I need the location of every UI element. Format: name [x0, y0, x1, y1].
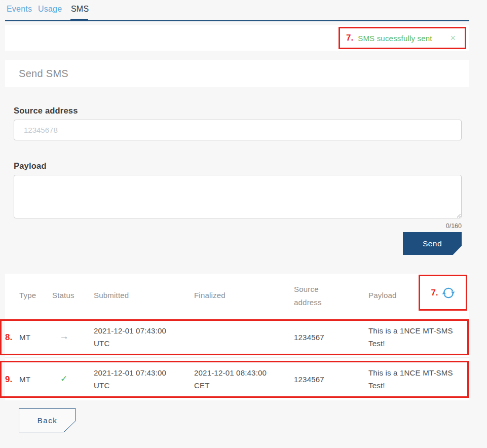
tab-sms[interactable]: SMS: [71, 5, 89, 14]
refresh-icon[interactable]: [442, 286, 455, 300]
annotation-box-notification: 7. SMS sucessfully sent ×: [339, 27, 466, 49]
tab-usage[interactable]: Usage: [38, 5, 62, 14]
col-header-type: Type: [19, 291, 36, 300]
annotation-number: 7.: [346, 33, 353, 43]
annotation-box-refresh: 7.: [419, 275, 467, 311]
cell-payload: This is a 1NCE MT-SMS Test!: [368, 366, 457, 392]
annotation-number: 9.: [5, 375, 12, 385]
source-address-input[interactable]: [14, 120, 462, 140]
active-tab-underline: [70, 19, 88, 21]
close-icon[interactable]: ×: [450, 33, 456, 43]
cell-submitted: 2021-12-01 07:43:00 UTC: [94, 324, 172, 350]
annotation-number: 8.: [5, 332, 12, 343]
cell-source-address: 1234567: [294, 375, 324, 384]
cell-source-address: 1234567: [294, 333, 324, 342]
annotation-number: 7.: [431, 288, 438, 298]
col-header-submitted: Submitted: [94, 291, 129, 300]
cell-finalized: 2021-12-01 08:43:00 CET: [194, 366, 273, 392]
pending-arrow-icon: →: [59, 331, 69, 342]
payload-textarea[interactable]: [14, 175, 462, 218]
tab-events[interactable]: Events: [7, 5, 32, 14]
source-address-label: Source address: [14, 106, 78, 116]
col-header-status: Status: [52, 291, 74, 300]
cell-type: MT: [19, 375, 30, 384]
col-header-payload: Payload: [368, 291, 397, 300]
send-sms-card-header: Send SMS: [5, 60, 469, 87]
send-button[interactable]: Send: [403, 232, 462, 255]
delivered-check-icon: ✓: [60, 374, 67, 384]
page-title: Send SMS: [19, 68, 68, 80]
char-counter: 0/160: [446, 222, 462, 230]
cell-type: MT: [19, 333, 30, 342]
back-button-label: Back: [19, 408, 76, 432]
col-header-source-address: Source address: [294, 283, 329, 309]
cell-submitted: 2021-12-01 07:43:00 UTC: [94, 366, 172, 392]
payload-label: Payload: [14, 161, 47, 171]
col-header-finalized: Finalized: [194, 291, 226, 300]
row-divider: [5, 357, 469, 358]
back-button[interactable]: Back: [19, 408, 76, 432]
success-message: SMS sucessfully sent: [358, 34, 432, 43]
cell-payload: This is a 1NCE MT-SMS Test!: [368, 324, 457, 350]
